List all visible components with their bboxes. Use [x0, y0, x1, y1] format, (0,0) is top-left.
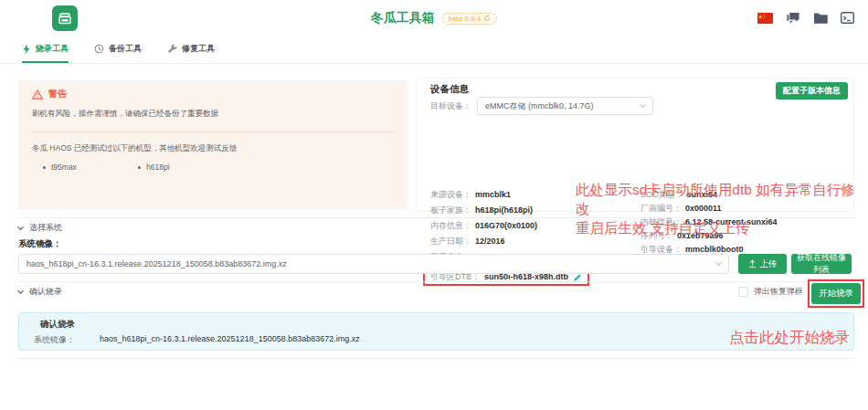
dtb-annotation-line1: 此处显示sd卡启动所使用dtb 如有异常自行修改: [576, 180, 864, 218]
field-label: 生产日期：: [430, 237, 471, 247]
warning-triangle-icon: [32, 89, 43, 100]
china-flag-icon[interactable]: [757, 11, 773, 25]
confirm-image-value: haos_h618pi_cn-16.3.1.release.20251218_1…: [100, 334, 360, 346]
tab-repair-tool[interactable]: 修复工具: [167, 37, 215, 63]
tab-label: 备份工具: [109, 43, 142, 55]
edit-icon[interactable]: [573, 273, 582, 282]
tab-flash-tool[interactable]: 烧录工具: [22, 37, 69, 63]
chevron-down-icon: [17, 287, 24, 293]
history-icon: [94, 44, 104, 54]
folder-icon[interactable]: [812, 11, 828, 25]
annotation-box-start-button: 开始烧录: [808, 279, 864, 308]
wrench-icon: [167, 44, 177, 54]
warning-title-row: 警告: [32, 88, 394, 100]
upload-button[interactable]: 上传: [738, 254, 787, 274]
model-name: t95max: [51, 163, 77, 172]
chevron-down-icon: [640, 101, 646, 108]
warning-divider: [32, 131, 394, 132]
header: 冬瓜工具箱 beta 0.9.4: [0, 0, 868, 37]
console-window-icon[interactable]: [840, 11, 855, 25]
tab-backup-tool[interactable]: 备份工具: [94, 37, 142, 63]
lightning-icon: [22, 44, 31, 55]
field-value: 12/2016: [475, 237, 505, 247]
device-field: 板子家族： h618pi(h618pi): [430, 205, 589, 216]
target-device-select[interactable]: eMMC存储 (mmcblk0, 14.7G): [477, 97, 653, 115]
warning-text: 刷机有风险，操作需谨慎，请确保已经备份了重要数据: [32, 109, 394, 120]
tested-model-list: t95max h618pi: [32, 163, 394, 172]
refresh-icon: [483, 15, 491, 22]
field-value: h618pi(h618pi): [475, 205, 533, 216]
upload-icon: [748, 259, 757, 268]
chat-icon[interactable]: [785, 11, 800, 25]
section-select-system[interactable]: 选择系统: [18, 222, 62, 234]
section-divider: [18, 358, 854, 359]
system-image-label: 系统镜像：: [18, 238, 62, 250]
start-flash-button[interactable]: 开始烧录: [811, 283, 861, 304]
field-value: 016G70(0x0100): [475, 221, 537, 231]
config-subversion-button[interactable]: 配置子版本信息: [776, 82, 848, 100]
bullet-dot: [138, 166, 141, 169]
section-title: 确认烧录: [29, 286, 62, 298]
confirm-panel-title: 确认烧录: [40, 319, 75, 331]
tab-label: 烧录工具: [36, 43, 69, 55]
field-value: mmcblk1: [475, 190, 511, 200]
recovery-dialog-option: 弹出恢复弹框: [738, 286, 803, 298]
model-name: h618pi: [146, 163, 170, 172]
fetch-online-images-button[interactable]: 获取在线镜像列表: [791, 254, 852, 274]
app-window: 冬瓜工具箱 beta 0.9.4: [0, 0, 868, 410]
version-badge: beta 0.9.4: [442, 13, 498, 25]
list-item: h618pi: [138, 163, 233, 172]
confirm-image-label: 系统镜像：: [34, 334, 100, 346]
confirm-image-row: 系统镜像： haos_h618pi_cn-16.3.1.release.2025…: [34, 334, 360, 346]
section-confirm-flash[interactable]: 确认烧录: [18, 286, 62, 298]
app-title: 冬瓜工具箱: [371, 10, 435, 26]
system-image-select[interactable]: haos_h618pi_cn-16.3.1.release.20251218_1…: [18, 254, 729, 274]
dtb-annotation-text: 此处显示sd卡启动所使用dtb 如有异常自行修改 重启后生效 支持自定义上传: [576, 180, 864, 237]
device-field: 内存信息： 016G70(0x0100): [430, 221, 589, 231]
target-device-row: 目标设备： eMMC存储 (mmcblk0, 14.7G): [430, 97, 653, 115]
warning-title: 警告: [48, 88, 67, 100]
system-image-value: haos_h618pi_cn-16.3.1.release.20251218_1…: [26, 259, 287, 268]
start-flash-annotation-text: 点击此处开始烧录: [729, 328, 850, 348]
device-field: 生产日期： 12/2016: [430, 237, 589, 247]
device-info-title: 设备信息: [430, 83, 469, 96]
upload-button-label: 上传: [760, 258, 778, 270]
field-label: 板子家族：: [430, 205, 471, 216]
field-label: 内存信息：: [430, 221, 471, 231]
tab-label: 修复工具: [182, 43, 215, 55]
warning-tested-text: 冬瓜 HAOS 已经测试过以下的机型，其他机型欢迎测试反馈: [32, 143, 394, 154]
list-item: t95max: [43, 163, 138, 172]
warning-panel: 警告 刷机有风险，操作需谨慎，请确保已经备份了重要数据 冬瓜 HAOS 已经测试…: [18, 80, 408, 210]
section-divider: [18, 281, 854, 282]
header-toolbar: [757, 11, 855, 25]
chevron-down-icon: [17, 223, 24, 229]
field-label: 来源设备：: [430, 190, 471, 200]
title-area: 冬瓜工具箱 beta 0.9.4: [0, 0, 868, 37]
tab-bar: 烧录工具 备份工具 修复工具: [0, 37, 868, 64]
version-text: beta 0.9.4: [449, 15, 482, 23]
recovery-dialog-checkbox[interactable]: [738, 287, 748, 297]
dtb-annotation-line2: 重启后生效 支持自定义上传: [576, 218, 864, 237]
recovery-dialog-label: 弹出恢复弹框: [754, 286, 803, 298]
section-title: 选择系统: [29, 222, 62, 234]
bullet-dot: [43, 166, 46, 169]
chevron-down-icon: [715, 259, 722, 266]
target-device-label: 目标设备：: [430, 100, 471, 112]
device-field: 来源设备： mmcblk1: [430, 190, 589, 200]
target-device-value: eMMC存储 (mmcblk0, 14.7G): [485, 100, 594, 112]
